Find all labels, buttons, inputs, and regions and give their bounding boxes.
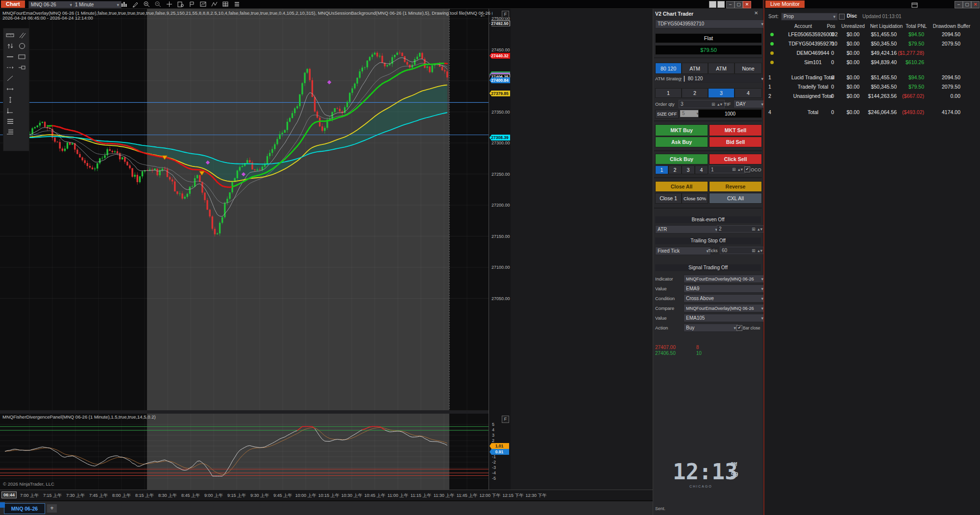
click-qty-input[interactable]: 1⊞ ▴▾	[709, 165, 745, 173]
monitor-row[interactable]: LFE050653592600020$0.00$51,455.50$94.502…	[764, 30, 980, 38]
chart-window-tab[interactable]: Chart	[1, 0, 25, 8]
account-dropdown[interactable]: TDFYG50439592710▾	[655, 20, 766, 28]
maximize-button[interactable]: ▢	[963, 1, 971, 8]
instrument-dropdown[interactable]: MNQ 06-26▾	[28, 1, 74, 8]
pencil-icon[interactable]	[132, 0, 140, 7]
time-axis[interactable]: 06:44 7:00 上午7:15 上午7:30 上午7:45 上午8:00 上…	[0, 490, 653, 501]
qty-preset-1[interactable]: 1	[655, 88, 682, 98]
click-qty-3[interactable]: 3	[682, 165, 695, 174]
breakeven-value-input[interactable]: 2⊞ ▴▾	[717, 225, 765, 233]
click-qty-4[interactable]: 4	[695, 165, 708, 174]
signal-action-dropdown[interactable]: Buy▾	[684, 324, 738, 332]
zigzag-icon[interactable]	[211, 0, 219, 7]
zoom-in-icon[interactable]	[143, 0, 151, 7]
cxl-all-button[interactable]: CXL All	[709, 193, 762, 204]
horizontal-arrows-icon[interactable]	[6, 85, 15, 93]
minimize-button[interactable]: –	[955, 1, 963, 8]
monitor-row[interactable]: 4Total0$0.00$246,064.56($493.02)4174.00	[764, 108, 980, 116]
price-marker-icon[interactable]	[18, 64, 26, 71]
click-qty-1[interactable]: 1	[655, 165, 668, 174]
grid-icon[interactable]	[222, 0, 230, 7]
price-pane-f-button[interactable]: F	[502, 11, 509, 18]
price-axis-label: 27450.00	[491, 47, 510, 52]
maximize-button[interactable]: ▢	[735, 1, 743, 8]
chart-instrument-tab[interactable]: MNQ 06-26	[4, 503, 45, 514]
time-axis-label: 7:15 上午	[43, 492, 62, 499]
bar-close-checkbox[interactable]: ✔	[736, 325, 742, 331]
signal-value2-dropdown[interactable]: EMA105▾	[684, 314, 766, 322]
mkt-buy-button[interactable]: MKT Buy	[655, 124, 708, 136]
monitor-row[interactable]: TDFYG504395927100$0.00$50,345.50$79.5020…	[764, 40, 980, 47]
bar-chart-icon[interactable]	[121, 0, 129, 7]
angle-tool-icon[interactable]	[6, 107, 15, 115]
signal-value1-dropdown[interactable]: EMA9▾	[684, 284, 766, 293]
indicator-panel-icon[interactable]	[199, 0, 208, 7]
monitor-row[interactable]: DEMO4699440$0.00$49,424.16($1,277.28)	[764, 49, 980, 57]
oco-checkbox[interactable]: ✔	[744, 166, 750, 172]
monitor-row[interactable]: 2Unassigned Total0$0.00$144,263.56($667.…	[764, 92, 980, 100]
close-button[interactable]: ✕	[971, 1, 980, 8]
vertical-arrows-icon[interactable]	[6, 96, 15, 104]
list-icon[interactable]	[233, 0, 242, 7]
monitor-row[interactable]: 1Lucid Trading Total0$0.00$51,455.50$94.…	[764, 73, 980, 81]
disc-checkbox[interactable]: ✔	[839, 14, 845, 20]
monitor-row[interactable]: Sim1010$0.00$94,839.40$610.26	[764, 58, 980, 66]
parallel-lines-icon[interactable]	[18, 31, 26, 39]
atm-tab-1[interactable]: 80 120	[655, 63, 682, 74]
order-qty-input[interactable]: 3⊞ ▴▾	[679, 100, 725, 108]
back-arrow-icon[interactable]: ←	[479, 11, 486, 19]
qty-preset-2[interactable]: 2	[682, 88, 708, 98]
monitor-row[interactable]: 1Tradeify Total0$0.00$50,345.50$79.50207…	[764, 83, 980, 91]
close-icon[interactable]: ✕	[754, 10, 758, 16]
signal-indicator-dropdown[interactable]: MNQFourEmaOverlay(MNQ 06-26 (1 M...▾	[684, 275, 766, 283]
trend-line-icon[interactable]	[6, 74, 15, 82]
zoom-out-icon[interactable]	[154, 0, 163, 7]
window-icon[interactable]	[911, 1, 918, 10]
click-qty-2[interactable]: 2	[668, 165, 682, 174]
monitor-title[interactable]: Live Monitor	[765, 0, 805, 8]
qty-preset-3[interactable]: 3	[708, 88, 735, 98]
sort-dropdown[interactable]: Prop▾	[781, 13, 838, 21]
minimize-button[interactable]: –	[726, 1, 735, 8]
click-sell-button[interactable]: Click Sell	[709, 154, 762, 164]
signal-condition-dropdown[interactable]: Cross Above▾	[684, 294, 766, 303]
fib-lines-icon[interactable]	[6, 117, 15, 125]
close-50-button[interactable]: Close 50%	[682, 193, 708, 204]
interval-dropdown[interactable]: 1 Minute▾	[73, 1, 122, 8]
atm-tab-3[interactable]: ATM	[708, 63, 735, 74]
qty-preset-4[interactable]: 4	[735, 88, 762, 98]
scroll-corner[interactable]	[0, 502, 5, 508]
trailing-mode-dropdown[interactable]: Fixed Tick▾	[655, 247, 711, 255]
trailing-value-input[interactable]: 60⊞ ▴▾	[720, 247, 765, 254]
signal-value1-label: Value	[655, 286, 667, 291]
atm-tab-2[interactable]: ATM	[682, 63, 708, 74]
arrows-up-down-icon[interactable]	[6, 42, 15, 50]
close-1-button[interactable]: Close 1	[655, 193, 682, 204]
crosshair-icon[interactable]	[166, 0, 174, 7]
size-toggle-button[interactable]: SIZE OFF	[655, 110, 679, 118]
fib-extension-icon[interactable]	[6, 128, 15, 136]
add-tab-button[interactable]: +	[47, 504, 57, 513]
ellipse-icon[interactable]	[18, 42, 26, 50]
drawing-flag-icon[interactable]	[188, 0, 196, 7]
extended-line-icon[interactable]	[6, 64, 15, 71]
tif-dropdown[interactable]: DAY▾	[734, 100, 766, 108]
rectangle-icon[interactable]	[18, 53, 26, 61]
bid-sell-button[interactable]: Bid Sell	[709, 137, 762, 147]
atm-tab-4[interactable]: None	[735, 63, 762, 74]
close-all-button[interactable]: Close All	[655, 181, 708, 192]
signal-compare-dropdown[interactable]: MNQFourEmaOverlay(MNQ 06-26 (1 M...▾	[684, 304, 766, 312]
mkt-sell-button[interactable]: MKT Sell	[709, 124, 762, 136]
atm-strategy-dropdown[interactable]: ▏80 120▾	[682, 74, 766, 83]
reverse-button[interactable]: Reverse	[709, 181, 762, 192]
click-buy-button[interactable]: Click Buy	[655, 154, 708, 164]
data-box-icon[interactable]	[177, 0, 185, 7]
ruler-icon[interactable]	[6, 31, 15, 39]
ask-buy-button[interactable]: Ask Buy	[655, 137, 708, 147]
fisher-pane-f-button[interactable]: F	[502, 416, 509, 423]
close-button[interactable]: ✕	[743, 1, 751, 8]
breakeven-mode-dropdown[interactable]: ATR▾	[655, 225, 720, 234]
horizontal-line-icon[interactable]	[6, 53, 15, 61]
workspace-icon[interactable]	[717, 1, 725, 8]
workspace-icon[interactable]	[709, 1, 716, 8]
